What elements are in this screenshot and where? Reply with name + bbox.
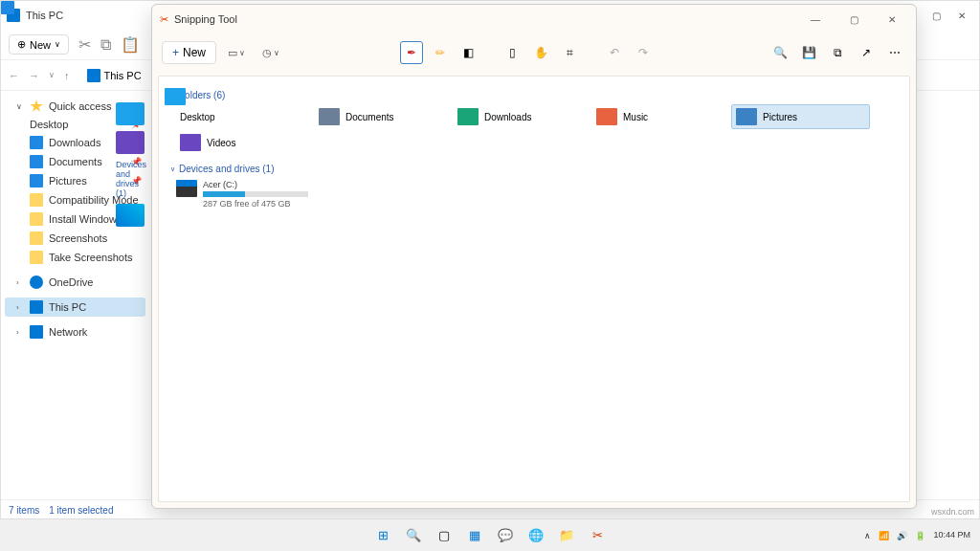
sidebar-item-take-screenshots[interactable]: Take Screenshots xyxy=(5,248,145,267)
chrome-button[interactable]: 🌐 xyxy=(523,523,548,548)
close-button[interactable]: ✕ xyxy=(876,8,908,31)
star-icon xyxy=(30,99,43,113)
folder-icon xyxy=(116,131,145,154)
snipping-tool-window: ✂ Snipping Tool — ▢ ✕ + New ▭ ∨ ◷ ∨ ✒ ✏ … xyxy=(151,4,917,509)
snip-new-button[interactable]: + New xyxy=(162,41,216,64)
up-icon[interactable]: ↑ xyxy=(64,70,70,81)
folder-music[interactable]: Music xyxy=(592,104,731,129)
close-icon[interactable]: ✕ xyxy=(958,11,966,21)
system-tray: ∧ 📶 🔊 🔋 10:44 PM xyxy=(864,531,980,540)
folder-icon xyxy=(116,102,145,125)
save-button[interactable]: 💾 xyxy=(797,41,820,64)
widgets-button[interactable]: ▦ xyxy=(462,523,487,548)
network-icon xyxy=(30,325,43,339)
status-selected: 1 item selected xyxy=(49,505,113,516)
explorer-title: This PC xyxy=(26,10,63,21)
recent-icon[interactable]: ∨ xyxy=(49,71,55,79)
folder-videos[interactable]: Videos xyxy=(176,131,315,154)
snip-delay-dropdown[interactable]: ◷ ∨ xyxy=(256,43,285,63)
taskbar-center: ⊞ 🔍 ▢ ▦ 💬 🌐 📁 ✂ xyxy=(370,523,610,548)
drive-free-text: 287 GB free of 475 GB xyxy=(203,199,308,209)
folder-desktop[interactable]: Desktop xyxy=(176,104,315,129)
forward-icon[interactable]: → xyxy=(29,70,39,81)
taskbar: ⊞ 🔍 ▢ ▦ 💬 🌐 📁 ✂ ∧ 📶 🔊 🔋 10:44 PM xyxy=(0,518,980,551)
captured-content: ∨Folders (6) Desktop Documents Downloads… xyxy=(165,88,903,212)
maximize-icon[interactable]: ▢ xyxy=(932,11,941,21)
bg-large-icons: Devices and drives (1) xyxy=(116,97,150,232)
documents-icon xyxy=(319,108,340,125)
snip-title: Snipping Tool xyxy=(174,13,237,25)
zoom-button[interactable]: 🔍 xyxy=(768,41,791,64)
maximize-button[interactable]: ▢ xyxy=(837,8,870,31)
status-items: 7 items xyxy=(9,505,39,516)
address-bar[interactable]: This PC xyxy=(87,69,142,82)
downloads-icon xyxy=(30,136,43,149)
new-button[interactable]: ⊕ New ∨ xyxy=(9,34,69,55)
pictures-icon xyxy=(30,174,43,187)
onedrive-icon xyxy=(30,276,43,289)
drive-c[interactable]: Acer (C:) 287 GB free of 475 GB xyxy=(165,176,903,212)
section-devices: Devices and drives (1) xyxy=(116,160,150,198)
crop-tool[interactable]: ⌗ xyxy=(559,41,582,64)
folder-documents[interactable]: Documents xyxy=(315,104,454,129)
capture-devices-header[interactable]: ∨Devices and drives (1) xyxy=(165,162,903,176)
sidebar-network[interactable]: ›Network xyxy=(5,322,145,342)
task-view-button[interactable]: ▢ xyxy=(432,523,457,548)
documents-icon xyxy=(30,155,43,168)
minimize-button[interactable]: — xyxy=(799,8,832,31)
folder-icon xyxy=(30,193,43,207)
capture-folders-grid: Desktop Documents Downloads Music Pictur… xyxy=(165,102,903,162)
clock[interactable]: 10:44 PM xyxy=(933,531,970,540)
pc-icon xyxy=(30,300,43,314)
paste-icon[interactable]: 📋 xyxy=(121,35,140,54)
folder-downloads[interactable]: Downloads xyxy=(454,104,592,129)
ruler-tool[interactable]: ▯ xyxy=(501,41,524,64)
battery-icon[interactable]: 🔋 xyxy=(915,531,925,540)
ballpoint-pen-tool[interactable]: ✒ xyxy=(400,41,423,64)
share-button[interactable]: ↗ xyxy=(855,41,878,64)
file-explorer-button[interactable]: 📁 xyxy=(554,523,579,548)
sidebar-thispc[interactable]: ›This PC xyxy=(5,298,145,317)
downloads-icon xyxy=(457,108,479,125)
desktop-icon xyxy=(165,88,186,105)
capture-folders-header[interactable]: ∨Folders (6) xyxy=(165,88,903,102)
snip-canvas[interactable]: ∨Folders (6) Desktop Documents Downloads… xyxy=(158,76,910,502)
folder-icon xyxy=(30,231,43,245)
volume-icon[interactable]: 🔊 xyxy=(897,531,907,540)
pictures-icon xyxy=(736,108,757,125)
undo-button[interactable]: ↶ xyxy=(603,41,626,64)
pc-icon xyxy=(87,69,100,82)
wifi-icon[interactable]: 📶 xyxy=(879,531,889,540)
music-icon xyxy=(596,108,617,125)
eraser-tool[interactable]: ◧ xyxy=(457,41,480,64)
search-button[interactable]: 🔍 xyxy=(401,523,426,548)
folder-icon xyxy=(30,251,43,264)
redo-button[interactable]: ↷ xyxy=(632,41,655,64)
desktop-icon xyxy=(1,1,14,14)
drive-icon xyxy=(176,180,197,197)
snip-toolbar: + New ▭ ∨ ◷ ∨ ✒ ✏ ◧ ▯ ✋ ⌗ ↶ ↷ 🔍 💾 ⧉ ↗ ⋯ xyxy=(152,33,916,72)
chat-button[interactable]: 💬 xyxy=(493,523,518,548)
snip-titlebar: ✂ Snipping Tool — ▢ ✕ xyxy=(152,5,916,33)
drive-icon xyxy=(116,204,145,227)
more-button[interactable]: ⋯ xyxy=(883,41,906,64)
folder-pictures[interactable]: Pictures xyxy=(731,104,870,129)
snipping-tool-icon: ✂ xyxy=(160,13,168,26)
drive-usage-bar xyxy=(203,191,308,197)
back-icon[interactable]: ← xyxy=(9,70,19,81)
tray-chevron-icon[interactable]: ∧ xyxy=(864,531,871,540)
highlighter-tool[interactable]: ✏ xyxy=(429,41,452,64)
copy-button[interactable]: ⧉ xyxy=(826,41,849,64)
snip-mode-dropdown[interactable]: ▭ ∨ xyxy=(222,43,251,63)
folder-icon xyxy=(30,212,43,226)
cut-icon[interactable]: ✂ xyxy=(78,35,91,54)
snipping-tool-button[interactable]: ✂ xyxy=(585,523,610,548)
videos-icon xyxy=(180,134,201,151)
touch-writing-tool[interactable]: ✋ xyxy=(530,41,553,64)
copy-icon[interactable]: ⧉ xyxy=(100,36,111,54)
sidebar-onedrive[interactable]: ›OneDrive xyxy=(5,273,145,292)
drive-name: Acer (C:) xyxy=(203,180,308,189)
start-button[interactable]: ⊞ xyxy=(370,523,395,548)
watermark: wsxdn.com xyxy=(931,507,974,517)
desktop-background: This PC — ▢ ✕ ⊕ New ∨ ✂ ⧉ 📋 ← → ∨ ↑ This… xyxy=(0,0,980,551)
